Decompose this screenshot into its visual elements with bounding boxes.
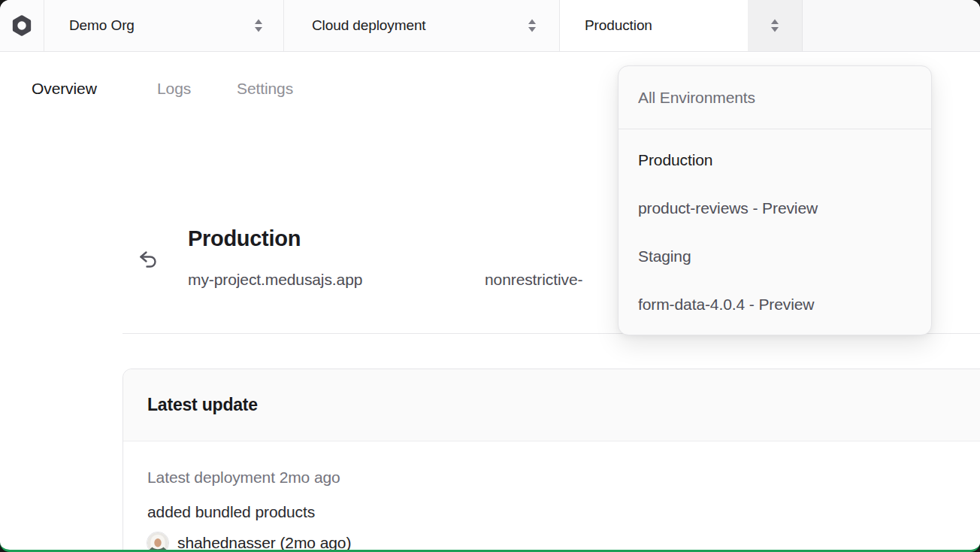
select-chevrons-icon	[770, 18, 780, 33]
deployment-time-label: Latest deployment 2mo ago	[147, 467, 973, 488]
tab-logs[interactable]: Logs	[157, 77, 191, 100]
back-arrow-icon	[138, 248, 160, 271]
project-switcher[interactable]: Cloud deployment	[284, 0, 560, 51]
latest-update-card-body: Latest deployment 2mo ago added bundled …	[123, 441, 980, 552]
back-button[interactable]	[138, 248, 160, 271]
medusa-logo-icon	[11, 14, 33, 37]
environment-switcher[interactable]: Production	[560, 0, 748, 51]
environment-switcher-label: Production	[585, 17, 652, 34]
environment-switcher-chevron-button[interactable]	[748, 0, 803, 51]
avatar	[147, 532, 168, 552]
all-environments-label: All Environments	[638, 89, 755, 107]
dropdown-item-staging[interactable]: Staging	[619, 232, 931, 281]
project-switcher-label: Cloud deployment	[312, 17, 426, 34]
environment-list: Production product-reviews - Preview Sta…	[619, 129, 931, 335]
dropdown-item-product-reviews-preview[interactable]: product-reviews - Preview	[619, 184, 931, 232]
author-row: shahednasser (2mo ago)	[147, 532, 973, 552]
medusa-logo-button[interactable]	[0, 0, 44, 51]
org-switcher[interactable]: Demo Org	[44, 0, 284, 51]
app-window: Demo Org Cloud deployment Production	[0, 0, 980, 552]
latest-update-card: Latest update Latest deployment 2mo ago …	[122, 369, 980, 552]
top-bar-spacer	[803, 0, 980, 51]
page-title: Production	[188, 224, 301, 253]
dropdown-item-form-data-preview[interactable]: form-data-4.0.4 - Preview	[619, 281, 931, 329]
primary-domain-link[interactable]: my-project.medusajs.app	[188, 269, 362, 290]
card-title: Latest update	[147, 395, 258, 415]
tab-overview[interactable]: Overview	[32, 77, 97, 100]
dropdown-item-all-environments[interactable]: All Environments	[619, 66, 931, 129]
secondary-domain-link[interactable]: nonrestrictive-	[485, 269, 582, 290]
tab-settings[interactable]: Settings	[237, 77, 293, 100]
select-chevrons-icon	[527, 18, 537, 33]
org-switcher-label: Demo Org	[69, 17, 135, 34]
commit-message: added bundled products	[147, 502, 973, 523]
top-bar: Demo Org Cloud deployment Production	[0, 0, 980, 52]
author-name: shahednasser (2mo ago)	[177, 532, 351, 552]
environment-dropdown-menu: All Environments Production product-revi…	[618, 65, 932, 335]
latest-update-card-header: Latest update	[123, 369, 980, 441]
select-chevrons-icon	[253, 18, 264, 33]
dropdown-item-production[interactable]: Production	[619, 136, 931, 184]
